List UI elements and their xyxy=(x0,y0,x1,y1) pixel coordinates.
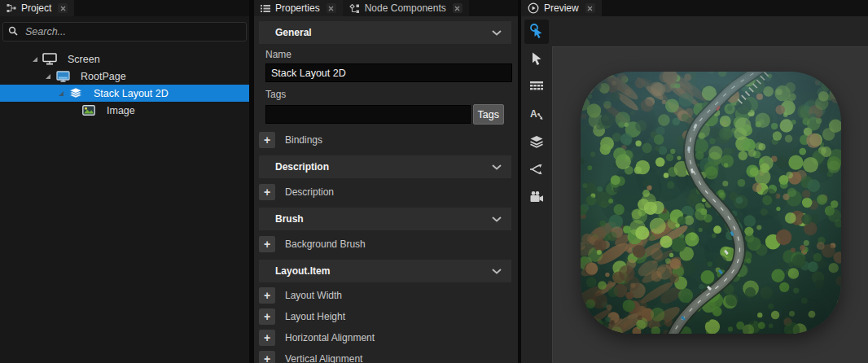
page-icon xyxy=(55,70,70,83)
section-header-layout-item[interactable]: Layout.Item xyxy=(259,260,511,282)
layout-width-label: Layout Width xyxy=(285,290,342,301)
application-window: Project xyxy=(0,0,868,363)
preview-image xyxy=(581,72,841,334)
add-layout-width-button[interactable]: + xyxy=(259,287,275,304)
search-box[interactable] xyxy=(2,22,247,42)
add-background-brush-button[interactable]: + xyxy=(259,236,275,252)
tab-project-label: Project xyxy=(21,2,51,14)
arrow-cursor-icon xyxy=(529,51,544,68)
section-title: Description xyxy=(275,161,329,173)
select-tool-button[interactable] xyxy=(524,47,549,72)
preview-canvas xyxy=(552,46,868,363)
chevron-down-icon[interactable] xyxy=(492,213,502,225)
vertical-alignment-row: + Vertical Alignment xyxy=(259,351,511,363)
name-input[interactable] xyxy=(265,63,512,82)
tags-input[interactable] xyxy=(265,105,471,124)
tree-item-label: RootPage xyxy=(81,71,126,82)
camera-tool-button[interactable] xyxy=(524,186,549,210)
tree-item-stack-layout-2d[interactable]: Stack Layout 2D xyxy=(0,85,249,102)
search-icon xyxy=(8,26,18,38)
section-header-brush[interactable]: Brush xyxy=(259,208,511,230)
properties-panel: Properties Node Components General xyxy=(254,0,518,363)
close-tab-icon[interactable] xyxy=(327,3,336,13)
add-layout-height-button[interactable]: + xyxy=(259,308,275,325)
tree-item-screen[interactable]: Screen xyxy=(0,50,249,68)
section-header-description[interactable]: Description xyxy=(259,155,511,178)
chevron-down-icon[interactable] xyxy=(492,27,502,38)
preview-panel: Preview xyxy=(521,0,868,363)
table-tool-button[interactable] xyxy=(524,75,549,99)
stack-layout-icon xyxy=(68,87,83,100)
project-tree: Screen RootPage xyxy=(0,50,249,119)
expander-icon[interactable] xyxy=(31,56,39,63)
svg-text:A: A xyxy=(530,108,537,120)
interact-cursor-icon xyxy=(528,23,545,42)
layers-icon xyxy=(529,135,544,151)
text-analyze-icon: A xyxy=(529,107,544,124)
tags-field-label: Tags xyxy=(265,89,518,102)
project-icon xyxy=(7,3,16,13)
preview-tabbar: Preview xyxy=(521,0,868,16)
section-title: Brush xyxy=(275,213,304,225)
image-icon xyxy=(81,104,96,117)
layout-height-label: Layout Height xyxy=(285,311,345,322)
preview-toolbar: A xyxy=(521,16,552,363)
tags-field-row: Tags xyxy=(265,104,504,125)
background-brush-label: Background Brush xyxy=(285,238,366,250)
text-analyze-tool-button[interactable]: A xyxy=(524,103,549,127)
tree-item-rootpage[interactable]: RootPage xyxy=(0,68,249,85)
tab-preview[interactable]: Preview xyxy=(521,0,602,16)
close-tab-icon[interactable] xyxy=(585,3,595,13)
chevron-down-icon[interactable] xyxy=(492,265,502,277)
expander-icon[interactable] xyxy=(44,73,52,80)
preview-content: A xyxy=(521,16,868,363)
tab-project[interactable]: Project xyxy=(0,0,74,16)
interact-tool-button[interactable] xyxy=(524,20,549,44)
add-horizontal-alignment-button[interactable]: + xyxy=(259,330,275,346)
table-grid-icon xyxy=(529,81,544,94)
expander-icon[interactable] xyxy=(57,90,65,97)
horizontal-alignment-row: + Horizontal Alignment xyxy=(259,330,511,346)
properties-list-icon xyxy=(261,4,270,13)
project-tree-area: Screen RootPage xyxy=(0,16,249,363)
bindings-label: Bindings xyxy=(285,134,322,146)
tree-item-label: Image xyxy=(107,105,135,116)
description-row: + Description xyxy=(259,184,511,200)
section-title: General xyxy=(275,27,312,38)
chevron-down-icon[interactable] xyxy=(492,161,502,173)
horizontal-alignment-label: Horizontal Alignment xyxy=(285,332,375,343)
properties-content: General Name Tags Tags + Bindings Descri… xyxy=(254,16,518,363)
description-label: Description xyxy=(285,186,334,198)
add-description-button[interactable]: + xyxy=(259,184,275,200)
add-bindings-button[interactable]: + xyxy=(259,132,275,148)
connections-tool-button[interactable] xyxy=(524,158,549,182)
background-brush-row: + Background Brush xyxy=(259,236,511,252)
tree-item-label: Stack Layout 2D xyxy=(94,88,169,99)
tree-item-label: Screen xyxy=(68,54,100,65)
preview-play-icon xyxy=(528,2,539,14)
properties-tabbar: Properties Node Components xyxy=(254,0,518,16)
section-header-general[interactable]: General xyxy=(259,21,511,44)
node-components-icon xyxy=(349,3,360,13)
layout-height-row: + Layout Height xyxy=(259,308,511,325)
section-title: Layout.Item xyxy=(275,265,330,277)
project-tabbar: Project xyxy=(0,0,249,16)
close-tab-icon[interactable] xyxy=(453,3,462,13)
tags-button[interactable]: Tags xyxy=(473,104,504,125)
tab-preview-label: Preview xyxy=(544,2,579,14)
camera-icon xyxy=(529,190,544,206)
search-input[interactable] xyxy=(24,25,241,38)
add-vertical-alignment-button[interactable]: + xyxy=(259,351,275,363)
close-tab-icon[interactable] xyxy=(58,3,68,13)
layers-tool-button[interactable] xyxy=(524,130,549,155)
vertical-alignment-label: Vertical Alignment xyxy=(285,353,362,363)
connections-icon xyxy=(529,163,544,178)
tree-item-image[interactable]: Image xyxy=(0,102,249,119)
tab-node-components[interactable]: Node Components xyxy=(343,0,469,16)
screen-icon xyxy=(42,53,57,66)
layout-width-row: + Layout Width xyxy=(259,287,511,304)
project-panel: Project xyxy=(0,0,249,363)
tab-properties[interactable]: Properties xyxy=(254,0,343,16)
name-field-label: Name xyxy=(265,49,518,62)
bindings-row: + Bindings xyxy=(259,132,511,148)
